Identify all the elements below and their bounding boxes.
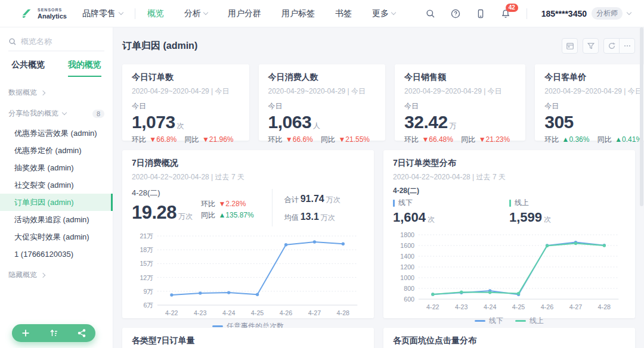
refresh-button[interactable] (603, 38, 620, 54)
svg-text:4-27: 4-27 (308, 309, 321, 316)
logo-text-bottom: Analytics (38, 13, 67, 20)
section-data-overview[interactable]: 数据概览 (0, 88, 113, 98)
kpi-date-range: 2020-04-29~2020-04-29 | 今日 (404, 86, 516, 97)
avg-unit: 万次 (321, 213, 335, 222)
order-volume-by-type-card: 各类型7日订单量 2020-04-22~2020-04-28 | 过去 7 天 (122, 328, 374, 348)
chevron-down-icon (119, 10, 123, 15)
svg-text:4-23: 4-23 (455, 303, 467, 310)
nav-overview[interactable]: 概览 (147, 8, 164, 19)
sensors-analytics-logo[interactable]: SENSORS Analytics (20, 7, 67, 20)
section-shared-overview[interactable]: 分享给我的概览 8 (0, 108, 113, 119)
nav-bookmarks[interactable]: 书签 (335, 8, 352, 19)
series-swatch (509, 200, 511, 207)
chevron-right-icon (41, 90, 45, 95)
sidebar-item-coupon-effect[interactable]: 优惠券运营效果 (admin) (0, 125, 113, 142)
mobile-icon[interactable] (475, 8, 486, 19)
vertical-scrollbar[interactable] (640, 27, 643, 348)
nav-analysis[interactable]: 分析 (184, 8, 208, 19)
sidebar-item-coupon-pricing[interactable]: 优惠券定价 (admin) (0, 142, 113, 159)
mom-label: 环比 (544, 135, 559, 144)
overview-search-input[interactable] (21, 37, 92, 46)
divider (135, 8, 135, 19)
sidebar-tabs: 公共概览 我的概览 (0, 60, 113, 77)
chart-card-title: 各页面坑位点击量分布 (393, 335, 626, 346)
mom-label: 环比 (201, 200, 215, 208)
sort-order-button[interactable] (49, 328, 58, 338)
date-range-button[interactable] (562, 38, 578, 54)
sidebar-item-numbered[interactable]: 1 (17666120035) (0, 246, 113, 263)
page-slot-clicks-card: 各页面坑位点击量分布 2020-04-22~2020-04-28 | 过去 7 … (383, 328, 635, 348)
kpi-date-range: 2020-04-29~2020-04-29 | 今日 (544, 86, 644, 97)
sidebar-item-promo-realtime[interactable]: 大促实时效果 (admin) (0, 228, 113, 246)
app-window: SENSORS Analytics 品牌零售 概览 分析 用户分群 用户标签 (0, 0, 644, 348)
mom-value: ▼2.28% (218, 200, 246, 208)
mom-label: 环比 (268, 135, 283, 144)
online-stat: 线上 1,599 次 (509, 198, 626, 225)
kpi-period-label: 今日 (404, 101, 516, 111)
legend-swatch (515, 320, 526, 322)
notifications-bell-icon[interactable]: 42 (500, 8, 511, 19)
sidebar-item-order-attribution[interactable]: 订单归因 (admin) (0, 194, 113, 211)
share-button[interactable] (77, 328, 86, 338)
sidebar: 公共概览 我的概览 数据概览 分享给我的概览 8 优惠券运营效果 (admin)… (0, 27, 113, 348)
user-role-badge: 分析师 (592, 7, 623, 20)
mom-value: ▼66.6% (286, 135, 313, 144)
scrollbar-thumb[interactable] (640, 27, 643, 206)
chevron-down-icon (391, 10, 396, 15)
add-overview-button[interactable] (21, 328, 30, 338)
series-value: 1,599 (509, 210, 542, 225)
svg-text:4-26: 4-26 (541, 303, 553, 310)
filter-button[interactable] (583, 38, 599, 54)
consumption-overview-card: 7日消费概况 2020-04-22~2020-04-28 | 过去 7 天 4-… (122, 150, 374, 318)
more-options-button[interactable] (619, 38, 635, 54)
chevron-down-icon (627, 10, 631, 15)
tab-public-overview[interactable]: 公共概览 (0, 60, 57, 77)
page-title: 订单归因 (admin) (122, 40, 197, 52)
svg-text:4-28: 4-28 (337, 309, 349, 316)
svg-text:4-22: 4-22 (426, 303, 439, 310)
order-type-line-chart[interactable]: 600800100012001400160018004-224-234-244-… (393, 230, 626, 313)
yoy-label: 同比 (185, 135, 199, 144)
nav-user-tags[interactable]: 用户标签 (281, 8, 315, 19)
latest-value: 19.28 (132, 203, 177, 222)
consumption-line-chart[interactable]: 6万9万12万15万18万21万4-224-234-244-254-264-27… (132, 231, 364, 319)
project-selector[interactable]: 品牌零售 (82, 8, 123, 19)
svg-text:12万: 12万 (140, 274, 153, 281)
shared-count-badge: 8 (92, 110, 104, 118)
refresh-more-group (603, 38, 635, 54)
kpi-row: 今日订单数 2020-04-29~2020-04-29 | 今日 今日 1,07… (122, 64, 635, 141)
sidebar-item-campaign-tracking[interactable]: 活动效果追踪 (admin) (0, 211, 113, 228)
latest-day-label: 4-28(二) (132, 188, 260, 198)
yoy-label: 同比 (321, 135, 335, 144)
kpi-card-consumers: 今日消费人数 2020-04-29~2020-04-29 | 今日 今日 1,0… (259, 64, 386, 141)
latest-unit: 万次 (178, 212, 193, 222)
hidden-overview-link[interactable]: 隐藏概览 (0, 270, 113, 280)
refresh-icon (608, 42, 616, 50)
nav-more[interactable]: 更多 (372, 8, 395, 19)
svg-text:4-25: 4-25 (251, 309, 264, 316)
yoy-value: ▼21.55% (338, 135, 370, 144)
sidebar-action-bar (12, 324, 95, 342)
series-value: 1,604 (393, 210, 426, 225)
kpi-value: 1,073 (132, 112, 175, 132)
legend-item[interactable]: 线下 (475, 316, 503, 326)
legend-item[interactable]: 线上 (515, 316, 544, 326)
svg-text:15万: 15万 (140, 260, 153, 267)
nav-user-segments[interactable]: 用户分群 (228, 8, 261, 19)
chevron-right-icon (41, 272, 45, 277)
divider (527, 8, 527, 19)
chart-card-date: 2020-04-22~2020-04-28 | 过去 7 天 (393, 172, 626, 182)
sidebar-item-social[interactable]: 社交裂变 (admin) (0, 176, 113, 194)
svg-text:1400: 1400 (400, 253, 414, 260)
search-icon[interactable] (425, 8, 436, 19)
avg-value: 13.1 (301, 212, 319, 222)
total-label: 合计 (284, 195, 299, 204)
svg-text:6万: 6万 (143, 302, 153, 309)
kpi-title: 今日订单数 (132, 72, 240, 83)
tab-my-overview[interactable]: 我的概览 (57, 60, 113, 77)
help-icon[interactable] (450, 8, 461, 19)
user-menu[interactable]: 185****3450 分析师 (541, 7, 631, 20)
sidebar-item-lottery[interactable]: 抽奖效果 (admin) (0, 159, 113, 176)
svg-text:800: 800 (404, 285, 414, 292)
svg-text:18万: 18万 (140, 246, 153, 253)
